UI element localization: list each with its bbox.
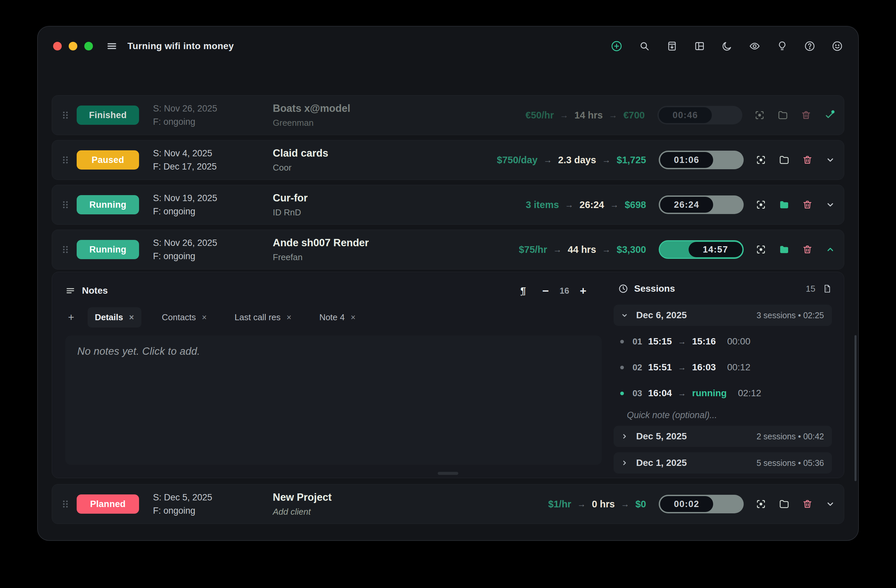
folder-icon[interactable]: [777, 110, 788, 120]
delete-icon[interactable]: [802, 200, 813, 210]
focus-icon[interactable]: [756, 200, 766, 210]
chevron-down-icon[interactable]: [825, 200, 835, 210]
focus-icon[interactable]: [754, 110, 765, 120]
project-client[interactable]: Coor: [273, 163, 497, 173]
layout-board-icon[interactable]: [694, 41, 705, 52]
timer-pill[interactable]: 01:06: [659, 151, 744, 169]
minimize-window-button[interactable]: [69, 42, 77, 50]
project-client[interactable]: Freefan: [273, 252, 519, 262]
note-tab[interactable]: Last call res ×: [227, 307, 299, 328]
session-group-header[interactable]: Dec 5, 2025 2 sessions • 00:42: [614, 426, 832, 447]
quantity-value[interactable]: 26:24: [579, 200, 604, 210]
note-tab[interactable]: Note 4 ×: [312, 307, 363, 328]
completed-check-icon[interactable]: [824, 110, 835, 121]
drag-handle-icon[interactable]: [61, 245, 77, 254]
project-name[interactable]: Boats x@model: [273, 102, 526, 114]
timer-pill[interactable]: 00:02: [659, 495, 744, 513]
folder-icon[interactable]: [779, 499, 789, 509]
session-group-header[interactable]: Dec 1, 2025 5 sessions • 05:36: [614, 452, 832, 474]
quantity-value[interactable]: 14 hrs: [574, 110, 603, 121]
quantity-value[interactable]: 44 hrs: [568, 244, 596, 255]
delete-icon[interactable]: [801, 110, 811, 120]
session-start-time[interactable]: 15:15: [648, 336, 672, 347]
session-group-header[interactable]: Dec 6, 2025 3 sessions • 02:25: [614, 305, 832, 326]
rate-value[interactable]: €50/hr: [526, 110, 554, 121]
session-row: 01 15:15 → 15:16 00:00: [620, 329, 832, 354]
rate-value[interactable]: $75/hr: [519, 244, 547, 255]
project-name[interactable]: Claid cards: [273, 147, 497, 159]
drag-handle-icon[interactable]: [61, 200, 77, 209]
status-badge[interactable]: Finished: [77, 105, 139, 125]
chevron-down-icon[interactable]: [825, 155, 835, 165]
quick-note-input[interactable]: Quick note (optional)...: [620, 406, 832, 420]
add-note-tab-button[interactable]: +: [66, 311, 74, 323]
add-client-field[interactable]: Add client: [273, 507, 548, 517]
notes-editor[interactable]: No notes yet. Click to add.: [66, 335, 602, 465]
focus-icon[interactable]: [756, 499, 766, 509]
sessions-panel: Sessions 15 Dec 6, 2025 3 sessions • 02:…: [612, 272, 844, 478]
project-dates[interactable]: S: Nov 26, 2025 F: ongoing: [153, 102, 264, 128]
session-end-time[interactable]: 15:16: [692, 336, 716, 347]
add-project-icon[interactable]: [611, 40, 623, 52]
delete-icon[interactable]: [802, 155, 813, 165]
font-size-decrease-button[interactable]: −: [542, 286, 549, 296]
folder-icon[interactable]: [779, 244, 789, 255]
close-tab-icon[interactable]: ×: [202, 312, 207, 322]
status-badge[interactable]: Paused: [77, 150, 139, 169]
project-dates[interactable]: S: Nov 26, 2025 F: ongoing: [153, 236, 264, 263]
project-client[interactable]: ID RnD: [273, 207, 526, 218]
close-tab-icon[interactable]: ×: [129, 312, 134, 322]
timer-pill-running[interactable]: 14:57: [659, 240, 744, 259]
drag-handle-icon[interactable]: [61, 500, 77, 509]
menu-icon[interactable]: [106, 41, 117, 52]
close-window-button[interactable]: [53, 42, 62, 50]
quantity-value[interactable]: 2.3 days: [558, 155, 596, 166]
eye-icon[interactable]: [749, 41, 760, 52]
note-tab[interactable]: Details ×: [88, 307, 142, 328]
quantity-value[interactable]: 0 hrs: [592, 499, 615, 510]
project-name[interactable]: Ande sh007 Render: [273, 237, 519, 249]
drag-handle-icon[interactable]: [61, 111, 77, 120]
project-dates[interactable]: S: Nov 4, 2025 F: Dec 17, 2025: [153, 147, 264, 173]
focus-icon[interactable]: [756, 244, 766, 255]
folder-icon[interactable]: [779, 200, 789, 210]
rate-value[interactable]: $1/hr: [548, 499, 571, 510]
timer-pill[interactable]: 26:24: [659, 195, 744, 214]
text-direction-icon[interactable]: ¶←: [520, 286, 532, 296]
chevron-up-icon[interactable]: [825, 245, 835, 254]
project-name[interactable]: New Project: [273, 491, 548, 503]
project-dates[interactable]: S: Nov 19, 2025 F: ongoing: [153, 192, 264, 218]
rate-value[interactable]: 3 items: [526, 200, 559, 210]
session-end-time[interactable]: 16:03: [692, 362, 716, 373]
idea-bulb-icon[interactable]: [777, 41, 788, 52]
export-file-icon[interactable]: [823, 284, 832, 293]
search-icon[interactable]: [639, 41, 650, 52]
focus-icon[interactable]: [756, 155, 766, 165]
status-badge[interactable]: Planned: [77, 494, 139, 514]
help-icon[interactable]: [804, 41, 815, 52]
note-tab[interactable]: Contacts ×: [155, 307, 214, 328]
folder-icon[interactable]: [779, 155, 789, 165]
session-start-time[interactable]: 16:04: [648, 388, 672, 399]
scrollbar-thumb[interactable]: [855, 335, 856, 481]
close-tab-icon[interactable]: ×: [287, 312, 292, 322]
status-badge[interactable]: Running: [77, 240, 139, 259]
delete-icon[interactable]: [802, 499, 813, 509]
project-name[interactable]: Cur-for: [273, 192, 526, 204]
panel-resize-handle[interactable]: [438, 472, 458, 475]
rate-value[interactable]: $750/day: [497, 155, 538, 166]
zoom-window-button[interactable]: [84, 42, 93, 50]
archive-down-icon[interactable]: [666, 41, 678, 52]
session-start-time[interactable]: 15:51: [648, 362, 672, 373]
dark-mode-moon-icon[interactable]: [721, 41, 733, 52]
delete-icon[interactable]: [802, 244, 813, 255]
chevron-down-icon[interactable]: [825, 499, 835, 509]
project-dates[interactable]: S: Dec 5, 2025 F: ongoing: [153, 491, 264, 517]
project-client[interactable]: Greenman: [273, 118, 526, 128]
timer-pill[interactable]: 00:46: [657, 106, 742, 125]
font-size-increase-button[interactable]: +: [580, 286, 587, 296]
status-badge[interactable]: Running: [77, 195, 139, 214]
close-tab-icon[interactable]: ×: [351, 312, 356, 322]
feedback-smiley-icon[interactable]: [832, 41, 843, 52]
drag-handle-icon[interactable]: [61, 155, 77, 165]
